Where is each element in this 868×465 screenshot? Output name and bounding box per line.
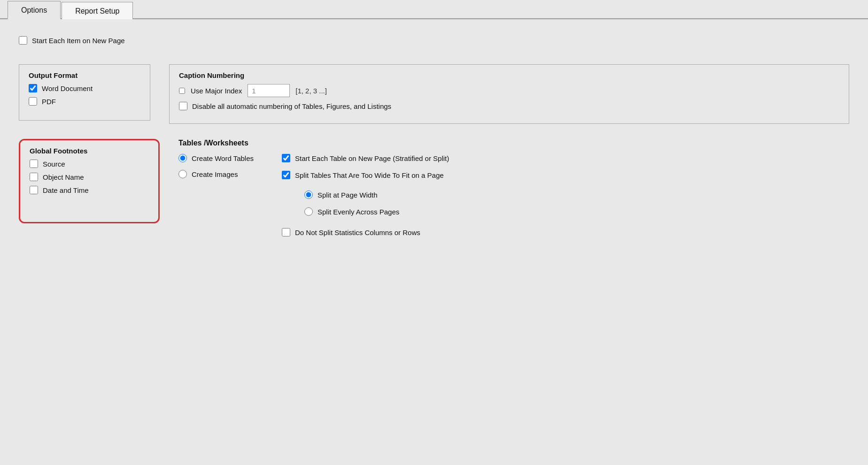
format-caption-row: Output Format Word Document PDF Caption … (19, 64, 849, 124)
create-word-tables-row: Create Word Tables (178, 154, 254, 162)
bottom-row: Global Footnotes Source Object Name Date… (19, 139, 849, 241)
create-word-tables-radio[interactable] (178, 154, 187, 162)
split-evenly-radio[interactable] (304, 207, 313, 216)
date-time-label[interactable]: Date and Time (43, 186, 89, 194)
start-each-item-checkbox[interactable] (19, 36, 27, 45)
split-page-width-label[interactable]: Split at Page Width (318, 191, 378, 199)
source-checkbox[interactable] (30, 160, 38, 168)
start-each-item-check-row: Start Each Item on New Page (19, 36, 125, 45)
global-footnotes-box: Global Footnotes Source Object Name Date… (19, 139, 160, 223)
split-tables-checkbox[interactable] (282, 171, 290, 179)
do-not-split-checkbox[interactable] (282, 228, 290, 236)
object-name-label[interactable]: Object Name (43, 173, 84, 181)
start-each-item-label[interactable]: Start Each Item on New Page (32, 37, 125, 45)
disable-auto-numbering-row: Disable all automatic numbering of Table… (179, 102, 839, 110)
output-format-box: Output Format Word Document PDF (19, 64, 150, 121)
source-row: Source (30, 160, 149, 168)
caption-numbering-box: Caption Numbering Use Major Index [1, 2,… (169, 64, 849, 124)
pdf-row: PDF (29, 97, 140, 106)
split-radios: Split at Page Width Split Evenly Across … (304, 191, 449, 221)
caption-numbering-title: Caption Numbering (179, 71, 839, 79)
tab-options[interactable]: Options (8, 1, 61, 19)
do-not-split-row: Do Not Split Statistics Columns or Rows (282, 228, 449, 236)
create-images-row: Create Images (178, 170, 254, 178)
create-word-tables-label[interactable]: Create Word Tables (192, 154, 254, 162)
create-images-label[interactable]: Create Images (192, 170, 238, 178)
tables-left-column: Create Word Tables Create Images (178, 154, 254, 183)
tables-content: Create Word Tables Create Images Start E… (178, 154, 849, 241)
bracket-text: [1, 2, 3 ...] (295, 87, 327, 95)
split-evenly-label[interactable]: Split Evenly Across Pages (318, 208, 399, 216)
major-index-input[interactable] (248, 84, 290, 97)
date-time-row: Date and Time (30, 186, 149, 194)
word-document-label[interactable]: Word Document (42, 84, 93, 92)
do-not-split-label[interactable]: Do Not Split Statistics Columns or Rows (295, 229, 420, 236)
pdf-label[interactable]: PDF (42, 98, 56, 106)
start-each-table-label[interactable]: Start Each Table on New Page (Stratified… (295, 154, 449, 162)
start-each-table-row: Start Each Table on New Page (Stratified… (282, 154, 449, 162)
disable-auto-numbering-checkbox[interactable] (179, 102, 187, 110)
split-tables-row: Split Tables That Are Too Wide To Fit on… (282, 171, 449, 179)
pdf-checkbox[interactable] (29, 97, 37, 106)
content-area: Start Each Item on New Page Output Forma… (0, 19, 868, 260)
word-document-checkbox[interactable] (29, 84, 37, 92)
tab-report-setup[interactable]: Report Setup (62, 2, 133, 19)
start-each-item-row: Start Each Item on New Page (19, 36, 849, 49)
global-footnotes-title: Global Footnotes (30, 147, 149, 155)
output-format-title: Output Format (29, 71, 140, 79)
use-major-index-checkbox[interactable] (179, 88, 185, 94)
date-time-checkbox[interactable] (30, 186, 38, 194)
disable-auto-numbering-label[interactable]: Disable all automatic numbering of Table… (192, 102, 391, 110)
split-evenly-row: Split Evenly Across Pages (304, 207, 449, 216)
split-page-width-radio[interactable] (304, 191, 313, 199)
split-page-width-row: Split at Page Width (304, 191, 449, 199)
split-tables-label[interactable]: Split Tables That Are Too Wide To Fit on… (295, 171, 444, 179)
main-container: Options Report Setup Start Each Item on … (0, 0, 868, 465)
use-major-index-row: Use Major Index [1, 2, 3 ...] (179, 84, 839, 97)
object-name-row: Object Name (30, 173, 149, 181)
word-doc-row: Word Document (29, 84, 140, 92)
tab-bar: Options Report Setup (0, 0, 868, 19)
start-each-table-checkbox[interactable] (282, 154, 290, 162)
use-major-index-label[interactable]: Use Major Index (191, 87, 242, 95)
tables-right-column: Start Each Table on New Page (Stratified… (282, 154, 449, 241)
create-images-radio[interactable] (178, 170, 187, 178)
tables-worksheets-title: Tables /Worksheets (178, 139, 849, 147)
tables-worksheets-section: Tables /Worksheets Create Word Tables Cr… (178, 139, 849, 241)
object-name-checkbox[interactable] (30, 173, 38, 181)
source-label[interactable]: Source (43, 160, 65, 168)
